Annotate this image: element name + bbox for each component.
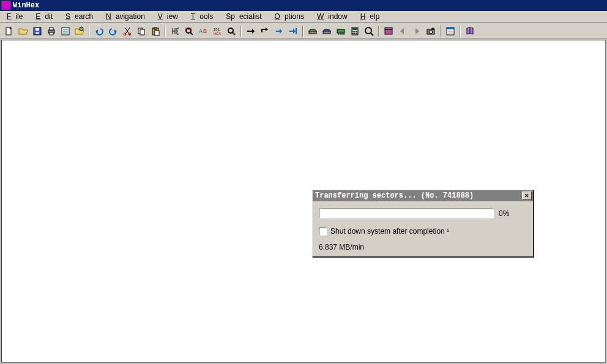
arrow-last-icon[interactable]	[286, 24, 300, 38]
svg-rect-53	[352, 28, 357, 30]
replace-icon[interactable]: 101HEX	[210, 24, 224, 38]
cut-icon[interactable]	[121, 24, 134, 38]
svg-point-19	[124, 33, 126, 35]
svg-point-59	[356, 33, 357, 34]
svg-rect-62	[385, 29, 392, 34]
toolbar: HEXAB101HEX	[0, 23, 607, 39]
svg-text:101: 101	[214, 28, 220, 31]
svg-rect-63	[385, 28, 392, 29]
goto-icon[interactable]	[225, 24, 238, 38]
options-icon[interactable]	[444, 24, 457, 38]
menu-options[interactable]: Options	[270, 12, 313, 21]
save-icon[interactable]	[31, 24, 44, 38]
shutdown-label: Shut down system after completion ¹	[330, 227, 449, 236]
find-hex-icon[interactable]: HEX	[182, 24, 196, 38]
arrow-up-icon[interactable]	[272, 24, 286, 38]
svg-marker-2	[19, 29, 28, 34]
svg-text:HEX: HEX	[214, 32, 221, 35]
transfer-rate: 6,837 MB/min	[319, 243, 527, 251]
svg-point-56	[356, 31, 357, 32]
toolbar-separator	[458, 24, 463, 38]
svg-point-55	[354, 31, 356, 32]
menu-tools[interactable]: Tools	[187, 12, 222, 21]
arrow-right-icon[interactable]	[244, 24, 258, 38]
menu-window[interactable]: Window	[313, 12, 356, 21]
svg-rect-4	[35, 28, 39, 31]
svg-rect-25	[155, 31, 159, 35]
properties-icon[interactable]	[59, 24, 72, 38]
calculator-icon[interactable]	[348, 24, 362, 38]
svg-rect-24	[154, 28, 157, 29]
svg-marker-39	[280, 29, 282, 34]
shutdown-checkbox[interactable]	[319, 228, 327, 236]
new-file-icon[interactable]	[2, 24, 16, 38]
help-book-icon[interactable]	[463, 24, 477, 38]
find-icon[interactable]	[168, 24, 182, 38]
menubar: File Edit Search Navigation View Tools S…	[0, 11, 607, 23]
menu-file[interactable]: File	[2, 12, 31, 21]
svg-rect-5	[35, 32, 39, 34]
svg-line-27	[190, 32, 193, 35]
app-icon	[1, 1, 11, 10]
svg-text:B: B	[203, 28, 207, 34]
svg-rect-47	[337, 29, 344, 33]
svg-marker-64	[400, 28, 404, 34]
svg-point-20	[128, 33, 131, 35]
print-icon[interactable]	[45, 24, 58, 38]
svg-point-54	[352, 31, 354, 32]
svg-marker-36	[252, 29, 255, 34]
redo-icon[interactable]	[106, 24, 120, 38]
menu-help[interactable]: Help	[356, 12, 389, 21]
toolbar-separator	[376, 24, 381, 38]
svg-marker-37	[266, 28, 268, 31]
disk-blue-icon[interactable]	[320, 24, 333, 38]
camera-icon[interactable]	[424, 24, 438, 38]
svg-rect-8	[50, 32, 53, 35]
svg-point-14	[80, 27, 83, 31]
svg-point-58	[354, 33, 356, 34]
svg-point-33	[228, 28, 233, 33]
titlebar: WinHex	[0, 0, 607, 11]
back-icon[interactable]	[396, 24, 409, 38]
svg-point-57	[352, 33, 354, 34]
forward-icon[interactable]	[410, 24, 423, 38]
svg-text:A: A	[199, 28, 203, 34]
open-folder-icon[interactable]	[17, 24, 30, 38]
svg-text:HEX: HEX	[185, 27, 192, 31]
dialog-titlebar[interactable]: Transferring sectors... (No. 741888) ✕	[313, 190, 533, 201]
svg-line-34	[233, 32, 235, 35]
disk-green-icon[interactable]	[306, 24, 319, 38]
svg-rect-44	[309, 31, 316, 34]
svg-point-60	[365, 28, 371, 34]
menu-navigation[interactable]: Navigation	[102, 12, 154, 21]
menu-specialist[interactable]: Specialist	[222, 12, 270, 21]
transfer-dialog: Transferring sectors... (No. 741888) ✕ 0…	[312, 190, 534, 257]
svg-line-61	[371, 33, 373, 35]
undo-icon[interactable]	[92, 24, 106, 38]
arrow-turn-icon[interactable]	[258, 24, 272, 38]
toolbar-separator	[163, 24, 168, 38]
find-text-icon[interactable]: AB	[196, 24, 210, 38]
app-title: WinHex	[13, 1, 39, 10]
toolbar-separator	[87, 24, 92, 38]
svg-rect-70	[447, 28, 454, 29]
svg-marker-65	[415, 28, 419, 34]
toolbar-separator	[438, 24, 443, 38]
ram-icon[interactable]	[334, 24, 348, 38]
copy-icon[interactable]	[135, 24, 148, 38]
close-icon[interactable]: ✕	[522, 191, 532, 200]
toolbar-separator	[239, 24, 244, 38]
paste-icon[interactable]	[149, 24, 162, 38]
open-disk-icon[interactable]	[73, 24, 86, 38]
svg-marker-41	[293, 29, 296, 34]
svg-point-67	[429, 30, 433, 34]
svg-rect-46	[323, 31, 330, 34]
analyze-icon[interactable]	[362, 24, 376, 38]
dialog-title-text: Transferring sectors... (No. 741888)	[315, 191, 474, 200]
template-icon[interactable]	[382, 24, 395, 38]
menu-edit[interactable]: Edit	[31, 12, 61, 21]
svg-rect-68	[432, 28, 434, 29]
menu-search[interactable]: Search	[61, 12, 102, 21]
progress-percent: 0%	[499, 209, 509, 218]
menu-view[interactable]: View	[154, 12, 187, 21]
